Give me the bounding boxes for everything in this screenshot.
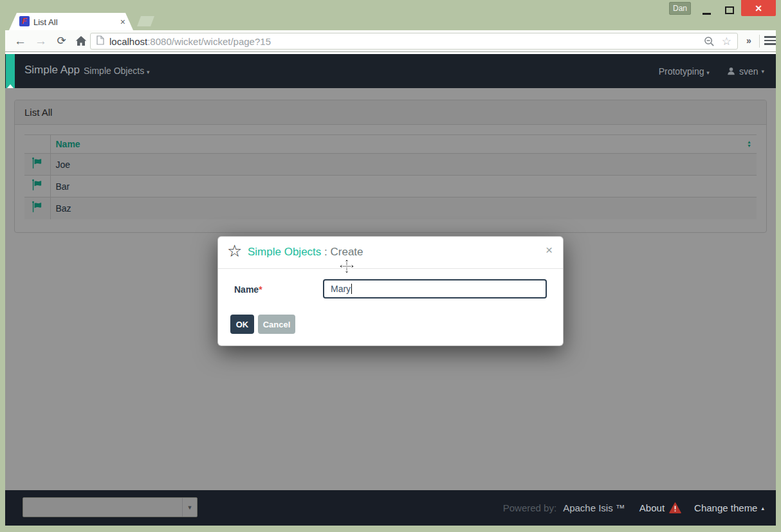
app-footer: ▼ Powered by: Apache Isis ™ About Change… (5, 490, 776, 526)
back-icon[interactable]: ← (12, 32, 29, 50)
theme-select[interactable]: ▼ (23, 497, 198, 517)
browser-toolbar: ← → ⟳ localhost:8080/wicket/wicket/page?… (5, 30, 776, 52)
user-name: sven (739, 66, 758, 77)
dialog-title: Simple Objects : Create (248, 246, 363, 259)
menu-icon[interactable] (764, 36, 776, 47)
app-navbar: Simple App Simple Objects ▾ Prototyping … (5, 54, 776, 88)
move-cursor-icon (338, 257, 356, 278)
apache-isis-link[interactable]: Apache Isis ™ (563, 502, 625, 513)
create-dialog: ☆ Simple Objects : Create × Name* (217, 236, 564, 346)
ok-button[interactable]: OK (230, 315, 254, 334)
tab-close-icon[interactable]: × (120, 17, 125, 27)
forward-icon[interactable]: → (32, 32, 50, 50)
document-icon (96, 35, 104, 48)
text-cursor (351, 284, 352, 294)
browser-tab[interactable]: F List All × (9, 13, 133, 30)
close-window-button[interactable]: ✕ (741, 0, 776, 16)
browser-window: Dan ✕ F List All × ← → ⟳ localhost:8080/… (0, 0, 781, 532)
tab-title: List All (33, 17, 58, 27)
powered-by-label: Powered by: (503, 502, 556, 513)
star-icon: ☆ (227, 241, 242, 261)
reload-icon[interactable]: ⟳ (53, 32, 70, 50)
cancel-button[interactable]: Cancel (258, 315, 295, 334)
menu-simple-objects[interactable]: Simple Objects ▾ (84, 66, 150, 76)
maximize-button[interactable] (719, 3, 740, 17)
url-text: localhost:8080/wicket/wicket/page?15 (109, 36, 271, 47)
required-marker: * (259, 284, 262, 295)
brand-stripe (6, 54, 15, 88)
browser-profile-button[interactable]: Dan (669, 2, 691, 15)
toolbar-divider (759, 35, 760, 48)
extensions-overflow-icon[interactable]: » (746, 35, 751, 46)
chevron-down-icon: ▾ (761, 68, 764, 75)
name-input-value: Mary (331, 284, 351, 294)
favicon-icon: F (19, 16, 30, 26)
about-link[interactable]: About (639, 502, 665, 513)
change-theme-link[interactable]: Change theme (694, 502, 757, 513)
chevron-down-icon: ▾ (147, 69, 150, 75)
bookmark-star-icon[interactable]: ☆ (722, 36, 731, 47)
name-input[interactable]: Mary (323, 279, 547, 298)
close-icon[interactable]: × (546, 243, 553, 257)
dialog-header[interactable]: ☆ Simple Objects : Create × (218, 237, 563, 269)
warning-icon[interactable] (669, 502, 681, 513)
app-brand[interactable]: Simple App (24, 64, 80, 77)
select-arrow-icon: ▼ (182, 498, 197, 517)
new-tab-button[interactable] (137, 16, 154, 26)
page-viewport: Simple App Simple Objects ▾ Prototyping … (5, 52, 776, 526)
home-icon[interactable] (72, 32, 89, 50)
chevron-down-icon: ▾ (706, 69, 710, 76)
maximize-icon (725, 6, 734, 14)
address-bar[interactable]: localhost:8080/wicket/wicket/page?15 ☆ (90, 33, 738, 50)
minimize-button[interactable] (696, 3, 717, 17)
user-menu[interactable]: sven▾ (726, 66, 764, 77)
minimize-icon (703, 13, 711, 15)
menu-prototyping[interactable]: Prototyping ▾ (659, 66, 710, 77)
user-icon (726, 66, 736, 76)
zoom-icon[interactable] (704, 36, 715, 47)
chevron-up-icon: ▴ (761, 505, 764, 511)
name-field-label: Name* (234, 284, 262, 295)
